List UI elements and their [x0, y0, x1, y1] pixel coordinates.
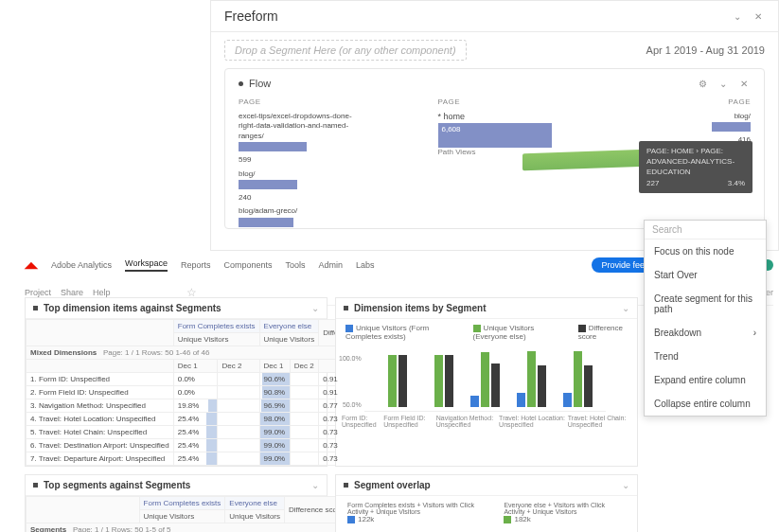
table-row[interactable]: 7. Travel: Departure Airport: Unspecifie…: [27, 452, 382, 466]
chevron-down-icon[interactable]: ⌄: [311, 480, 319, 490]
topdim-table: Form Completes existsEveryone elseDiffer…: [26, 319, 382, 466]
table-row[interactable]: 6. Travel: Destination Airport: Unspecif…: [27, 439, 382, 452]
ctx-focus[interactable]: Focus on this node: [645, 239, 766, 263]
segment-dropzone[interactable]: Drop a Segment Here (or any other compon…: [224, 40, 467, 61]
flow-node[interactable]: blog/adam-greco/: [239, 206, 352, 226]
card-top-segments: Top segments against Segments⌄ Form Comp…: [25, 474, 328, 532]
menu-project[interactable]: Project: [25, 288, 51, 297]
bar-group[interactable]: [424, 355, 453, 407]
menu-share[interactable]: Share: [61, 288, 83, 297]
context-search[interactable]: Search: [645, 221, 766, 239]
dot-icon: [344, 306, 348, 310]
bar-group[interactable]: [563, 351, 593, 407]
card-top-dimension: Top dimension items against Segments⌄ Fo…: [25, 297, 328, 467]
context-menu: Search Focus on this node Start Over Cre…: [644, 220, 767, 417]
table-row[interactable]: 4. Travel: Hotel Location: Unspecified 2…: [27, 413, 382, 426]
close-icon[interactable]: ✕: [737, 77, 751, 90]
chevron-down-icon[interactable]: ⌄: [622, 480, 629, 490]
table-row[interactable]: 1. Form ID: Unspecified 0.0% 90.6% 0.91: [27, 373, 382, 386]
chevron-right-icon: ›: [753, 328, 756, 338]
chevron-down-icon[interactable]: ⌄: [717, 77, 730, 90]
ctx-collapse[interactable]: Collapse entire column: [645, 392, 766, 416]
flow-node[interactable]: blog/: [637, 112, 751, 132]
gear-icon[interactable]: ⚙: [696, 77, 709, 90]
topseg-table: Form Completes existsEveryone elseDiffer…: [26, 496, 348, 532]
flow-visualization: Flow ⚙ ⌄ ✕ PAGE excel-tips/excel-dropdow…: [224, 68, 765, 229]
chevron-down-icon[interactable]: ⌄: [311, 303, 319, 313]
dot-icon: [33, 306, 38, 310]
ctx-trend[interactable]: Trend: [645, 345, 766, 368]
tab-labs[interactable]: Labs: [356, 260, 375, 270]
ctx-create-segment[interactable]: Create segment for this path: [645, 287, 766, 321]
chevron-down-icon[interactable]: ⌄: [731, 9, 744, 23]
tab-tools[interactable]: Tools: [285, 260, 305, 270]
panel-title: Freeform: [224, 9, 278, 24]
tab-reports[interactable]: Reports: [181, 260, 211, 270]
table-row[interactable]: 2. Form Field ID: Unspecified 0.0% 90.8%…: [27, 386, 382, 399]
freeform-panel: Freeform ⌄ ✕ Drop a Segment Here (or any…: [210, 0, 779, 251]
chevron-down-icon[interactable]: ⌄: [622, 303, 629, 313]
bar-group[interactable]: [517, 351, 546, 407]
flow-col-center: PAGE * home 6,608 Path Views: [438, 98, 552, 156]
ctx-expand[interactable]: Expand entire column: [645, 368, 766, 392]
ctx-start-over[interactable]: Start Over: [645, 263, 766, 287]
table-row[interactable]: 3. Navigation Method: Unspecified 19.8% …: [27, 399, 382, 413]
table-row[interactable]: 5. Travel: Hotel Chain: Unspecified 25.4…: [27, 426, 382, 439]
bar-group[interactable]: [470, 352, 500, 407]
flow-node-home[interactable]: * home 6,608 Path Views: [438, 112, 552, 156]
flow-node[interactable]: excel-tips/excel-dropdowns-done-right-da…: [239, 112, 352, 151]
flow-node[interactable]: blog/: [239, 169, 352, 189]
tab-components[interactable]: Components: [223, 260, 272, 270]
ctx-breakdown[interactable]: Breakdown›: [645, 321, 766, 345]
flow-col-left: PAGE excel-tips/excel-dropdowns-done-rig…: [239, 98, 352, 231]
date-range[interactable]: Apr 1 2019 - Aug 31 2019: [646, 44, 765, 56]
dot-icon: [344, 483, 348, 488]
tab-admin[interactable]: Admin: [318, 260, 343, 270]
brand-label: Adobe Analytics: [51, 260, 112, 270]
flow-title: Flow: [249, 78, 271, 89]
card-segment-overlap: Segment overlap⌄ Form Completes exists +…: [335, 474, 638, 532]
tab-workspace[interactable]: Workspace: [125, 258, 168, 272]
adobe-logo-icon: ◢◣: [25, 260, 38, 270]
dot-icon: [33, 483, 38, 488]
flow-tooltip: PAGE: HOME › PAGE: ADVANCED-ANALYTICS-ED…: [639, 141, 752, 193]
menu-help[interactable]: Help: [93, 288, 111, 297]
bar-chart: [364, 346, 606, 412]
close-icon[interactable]: ✕: [752, 9, 765, 23]
